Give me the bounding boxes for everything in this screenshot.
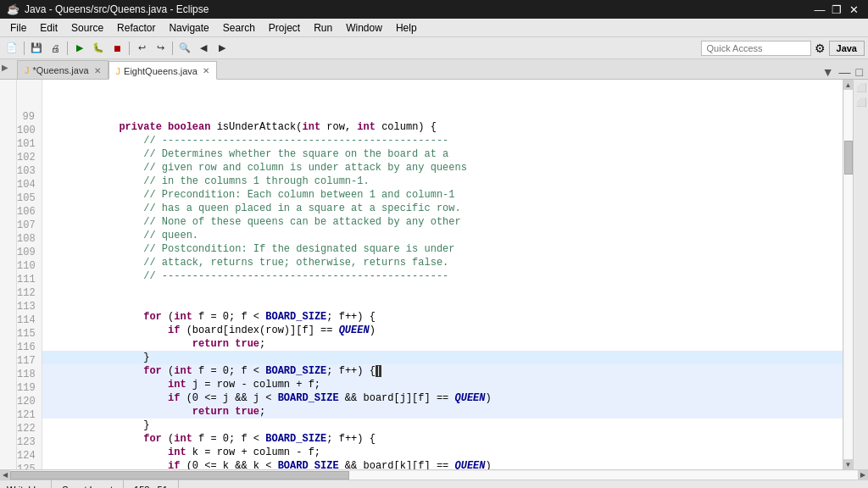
code-line — [42, 80, 843, 93]
status-writable-label: Writable — [7, 485, 41, 489]
hscroll-track[interactable] — [10, 471, 858, 480]
code-line: for (int f = 0; f < BOARD_SIZE; f++) { — [42, 419, 843, 432]
menu-help[interactable]: Help — [389, 20, 424, 36]
line-num: 110 — [17, 259, 38, 273]
line-num: 107 — [17, 219, 38, 232]
tab-queens[interactable]: J *Queens.java ✕ — [17, 60, 108, 79]
java-perspective-button[interactable]: Java — [829, 41, 865, 56]
line-num: 109 — [17, 246, 38, 259]
line-num: 113 — [17, 300, 38, 313]
menu-navigate[interactable]: Navigate — [162, 20, 215, 36]
line-num: 101 — [17, 137, 38, 151]
status-insert-mode: Smart Insert — [52, 480, 124, 488]
maximize-button[interactable]: ❐ — [829, 2, 844, 17]
line-num: 114 — [17, 313, 38, 327]
main-layout: 99 100 101 102 103 104 105 106 107 108 1… — [0, 80, 868, 469]
toolbar-forward[interactable]: ▶ — [214, 40, 231, 57]
tab-queens-close[interactable]: ✕ — [94, 66, 101, 75]
menu-run[interactable]: Run — [307, 20, 339, 36]
toolbar-stop[interactable]: ⏹ — [108, 40, 125, 57]
toolbar-back[interactable]: ◀ — [195, 40, 212, 57]
scroll-left-button[interactable]: ◀ — [0, 470, 10, 480]
line-num: 120 — [17, 395, 38, 408]
scroll-down-button[interactable]: ▼ — [843, 459, 854, 469]
scroll-right-button[interactable]: ▶ — [858, 470, 868, 480]
toolbar-run[interactable]: ▶ — [71, 40, 88, 57]
scroll-up-button[interactable]: ▲ — [843, 80, 854, 90]
title-bar-controls: — ❐ ✕ — [812, 2, 861, 17]
horizontal-scrollbar[interactable]: ◀ ▶ — [0, 469, 868, 480]
line-num: 100 — [17, 124, 38, 137]
tab-queens-label: *Queens.java — [33, 65, 89, 75]
code-line — [42, 93, 843, 107]
scroll-track[interactable] — [844, 90, 853, 459]
tab-minimize-icon[interactable]: — — [837, 65, 853, 79]
status-position-label: 153 : 51 — [134, 485, 168, 489]
code-line-current: for (int f = 0; f < BOARD_SIZE; f++) {| — [42, 351, 843, 364]
tab-eightqueens[interactable]: J EightQueens.java ✕ — [108, 61, 217, 80]
line-num: 115 — [17, 327, 38, 341]
line-num: 125 — [17, 463, 38, 469]
menu-file[interactable]: File — [3, 20, 33, 36]
toolbar-undo[interactable]: ↩ — [133, 40, 150, 57]
toolbar-sep-3 — [129, 42, 130, 55]
toolbar: 📄 💾 🖨 ▶ 🐛 ⏹ ↩ ↪ 🔍 ◀ ▶ ⚙ Java — [0, 37, 868, 59]
line-num: 99 — [17, 110, 38, 124]
line-num: 118 — [17, 368, 38, 381]
tab-eightqueens-label: EightQueens.java — [124, 66, 198, 76]
title-bar: ☕ Java - Queens/src/Queens.java - Eclips… — [0, 0, 868, 19]
menu-window[interactable]: Window — [339, 20, 389, 36]
status-insert-label: Smart Insert — [62, 485, 113, 489]
toolbar-print[interactable]: 🖨 — [47, 40, 64, 57]
tab-eightqueens-icon: J — [116, 66, 121, 76]
status-writable: Writable — [7, 480, 52, 488]
menu-bar: File Edit Source Refactor Navigate Searc… — [0, 19, 868, 37]
line-num — [17, 97, 38, 110]
right-sidebar-icon-1[interactable]: ⬜ — [854, 81, 868, 94]
vertical-scrollbar[interactable]: ▲ ▼ — [843, 80, 853, 469]
code-line — [42, 283, 843, 297]
tab-maximize-icon[interactable]: □ — [854, 65, 865, 79]
tab-eightqueens-close[interactable]: ✕ — [203, 66, 209, 75]
hscroll-thumb[interactable] — [10, 471, 349, 480]
line-num: 119 — [17, 381, 38, 395]
menu-edit[interactable]: Edit — [33, 20, 64, 36]
gutter-icon-1 — [2, 82, 15, 96]
code-line: private boolean isUnderAttack(int row, i… — [42, 107, 843, 120]
menu-refactor[interactable]: Refactor — [110, 20, 162, 36]
scroll-thumb[interactable] — [844, 141, 853, 175]
toolbar-settings-icon[interactable]: ⚙ — [815, 42, 826, 55]
toolbar-save[interactable]: 💾 — [28, 40, 45, 57]
toolbar-redo[interactable]: ↪ — [152, 40, 169, 57]
close-button[interactable]: ✕ — [846, 2, 861, 17]
left-gutter — [0, 80, 17, 469]
menu-project[interactable]: Project — [262, 20, 307, 36]
line-num: 105 — [17, 191, 38, 205]
tabs-right-icons: ▼ — □ — [821, 65, 868, 79]
toolbar-search[interactable]: 🔍 — [176, 40, 193, 57]
status-bar: Writable Smart Insert 153 : 51 — [0, 480, 868, 488]
right-sidebar: ⬜ ⬜ — [853, 80, 868, 469]
menu-source[interactable]: Source — [64, 20, 110, 36]
tab-menu-icon[interactable]: ▼ — [821, 65, 836, 79]
code-scroll[interactable]: private boolean isUnderAttack(int row, i… — [42, 80, 843, 469]
collapse-all-icon[interactable]: ▶ — [2, 63, 8, 72]
app-icon: ☕ — [7, 3, 19, 15]
code-editor[interactable]: private boolean isUnderAttack(int row, i… — [42, 80, 843, 469]
minimize-button[interactable]: — — [812, 2, 827, 17]
toolbar-sep-4 — [172, 42, 173, 55]
toolbar-debug[interactable]: 🐛 — [90, 40, 107, 57]
line-num: 106 — [17, 205, 38, 219]
tabs-bar: ▶ J *Queens.java ✕ J EightQueens.java ✕ … — [0, 59, 868, 80]
line-num: 111 — [17, 273, 38, 286]
line-num: 121 — [17, 408, 38, 422]
quick-access-area: ⚙ Java — [701, 41, 865, 56]
line-num: 117 — [17, 354, 38, 368]
toolbar-new[interactable]: 📄 — [3, 40, 20, 57]
title-bar-left: ☕ Java - Queens/src/Queens.java - Eclips… — [7, 3, 209, 15]
line-num: 112 — [17, 286, 38, 300]
quick-access-input[interactable] — [701, 41, 811, 56]
code-line: for (int f = 0; f < BOARD_SIZE; f++) { — [42, 297, 843, 310]
right-sidebar-icon-2[interactable]: ⬜ — [854, 96, 868, 108]
menu-search[interactable]: Search — [216, 20, 262, 36]
